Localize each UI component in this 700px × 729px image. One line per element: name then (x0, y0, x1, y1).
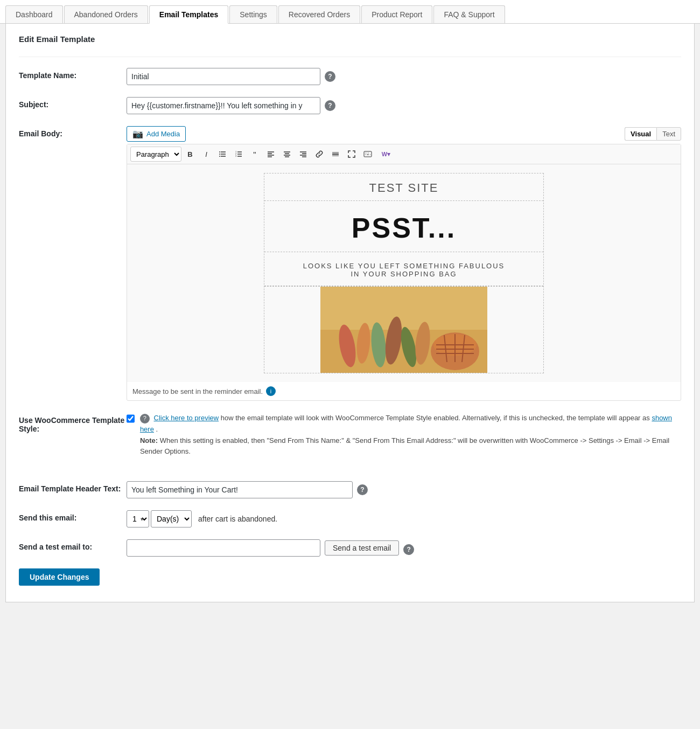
ordered-list-button[interactable]: 123 (231, 147, 246, 162)
email-body-label: Email Body: (19, 126, 127, 138)
preview-image (320, 287, 487, 373)
template-name-control: ? (127, 68, 681, 85)
woo-help-icon-inline[interactable]: ? (140, 414, 150, 423)
email-body-wrap: 📷 Add Media Visual Text Paragraph (127, 126, 681, 401)
svg-rect-27 (364, 151, 372, 157)
section-title: Edit Email Template (19, 34, 681, 44)
woo-template-control: ? Click here to preview how the email te… (127, 413, 681, 469)
template-name-help-icon[interactable]: ? (325, 71, 335, 82)
keyboard-button[interactable] (360, 147, 375, 162)
woo-preview-after: how the email template will look with Wo… (221, 414, 652, 422)
update-changes-section: Update Changes (19, 568, 681, 586)
tab-navigation: Dashboard Abandoned Orders Email Templat… (0, 0, 700, 24)
page-wrapper: Dashboard Abandoned Orders Email Templat… (0, 0, 700, 729)
tab-product-report[interactable]: Product Report (361, 5, 432, 23)
tab-settings[interactable]: Settings (229, 5, 277, 23)
subject-help-icon[interactable]: ? (325, 100, 335, 111)
woo-template-row: Use WooCommerce Template Style: ? Click … (19, 413, 681, 469)
tab-dashboard[interactable]: Dashboard (5, 5, 63, 23)
italic-button[interactable]: I (199, 147, 214, 162)
divider (19, 57, 681, 57)
header-text-input[interactable] (127, 481, 353, 498)
paragraph-select[interactable]: Paragraph (130, 147, 181, 162)
test-email-control: Send a test email ? (127, 539, 681, 557)
woo-preview-link[interactable]: Click here to preview (154, 414, 219, 422)
email-preview: TEST SITE PSST... LOOKS LIKE YOU LEFT SO… (127, 164, 681, 382)
woo-note-text: When this setting is enabled, then "Send… (140, 436, 669, 456)
test-email-row: Send a test email to: Send a test email … (19, 539, 681, 557)
align-right-button[interactable] (296, 147, 311, 162)
test-email-input[interactable] (127, 539, 320, 557)
preview-site-name: TEST SITE (264, 173, 543, 201)
email-preview-inner: TEST SITE PSST... LOOKS LIKE YOU LEFT SO… (264, 173, 544, 373)
svg-rect-35 (320, 287, 487, 330)
bold-button[interactable]: B (183, 147, 198, 162)
align-center-button[interactable] (279, 147, 295, 162)
woo-button[interactable]: W▾ (376, 147, 396, 162)
subject-row: Subject: ? (19, 97, 681, 114)
template-name-label: Template Name: (19, 68, 127, 80)
visual-text-tabs: Visual Text (625, 127, 681, 141)
svg-point-3 (219, 151, 220, 152)
blockquote-button[interactable]: " (247, 147, 262, 162)
tab-recovered-orders[interactable]: Recovered Orders (278, 5, 360, 23)
woo-template-label: Use WooCommerce Template Style: (19, 413, 127, 433)
subject-control: ? (127, 97, 681, 114)
test-email-help-icon[interactable]: ? (403, 544, 414, 555)
svg-text:3: 3 (235, 155, 237, 157)
send-unit-select[interactable]: Day(s) (151, 510, 192, 527)
woo-row: ? Click here to preview how the email te… (127, 413, 681, 457)
header-text-help-icon[interactable]: ? (357, 484, 368, 495)
email-body-row: Email Body: 📷 Add Media Visual Text (19, 126, 681, 401)
svg-point-4 (219, 154, 220, 155)
send-email-control: 1 ▾ Day(s) after cart is abandoned. (127, 510, 681, 527)
update-changes-button[interactable]: Update Changes (19, 568, 100, 586)
editor-footer-text: Message to be sent in the reminder email… (132, 387, 263, 395)
editor-container: Paragraph B I 123 " (127, 144, 681, 401)
woo-note-bold: Note: (140, 436, 158, 445)
preview-headline: PSST... (264, 201, 543, 252)
header-text-control: ? (127, 481, 681, 498)
horizontal-rule-button[interactable] (328, 147, 343, 162)
tab-email-templates[interactable]: Email Templates (149, 5, 228, 24)
template-name-row: Template Name: ? (19, 68, 681, 85)
send-after-text: after cart is abandoned. (198, 515, 277, 523)
align-left-button[interactable] (263, 147, 278, 162)
header-text-label: Email Template Header Text: (19, 481, 127, 493)
add-media-label: Add Media (146, 130, 180, 138)
template-name-input[interactable] (127, 68, 320, 85)
main-content: Edit Email Template Template Name: ? Sub… (5, 24, 695, 602)
send-email-row: Send this email: 1 ▾ Day(s) after cart i… (19, 510, 681, 527)
header-text-row: Email Template Header Text: ? (19, 481, 681, 498)
unordered-list-button[interactable] (215, 147, 230, 162)
link-button[interactable] (312, 147, 327, 162)
woo-checkbox[interactable] (127, 414, 135, 423)
woo-text: ? Click here to preview how the email te… (140, 413, 681, 457)
add-media-icon: 📷 (132, 129, 143, 139)
woo-shown-after: . (156, 425, 158, 433)
preview-subtext: LOOKS LIKE YOU LEFT SOMETHING FABULOUSIN… (264, 252, 543, 286)
tab-abandoned-orders[interactable]: Abandoned Orders (64, 5, 148, 23)
send-qty-select[interactable]: 1 (127, 510, 149, 527)
add-media-button[interactable]: 📷 Add Media (127, 126, 186, 142)
tab-faq-support[interactable]: FAQ & Support (433, 5, 505, 23)
test-email-label: Send a test email to: (19, 539, 127, 551)
editor-footer: Message to be sent in the reminder email… (127, 382, 681, 400)
subject-label: Subject: (19, 97, 127, 109)
tab-text[interactable]: Text (656, 127, 681, 141)
subject-input[interactable] (127, 97, 320, 114)
send-email-label: Send this email: (19, 510, 127, 522)
info-icon[interactable]: i (266, 386, 276, 396)
fullscreen-button[interactable] (344, 147, 359, 162)
send-test-button[interactable]: Send a test email (325, 540, 399, 556)
editor-toolbar: Paragraph B I 123 " (127, 144, 681, 164)
svg-point-5 (219, 156, 220, 157)
tab-visual[interactable]: Visual (625, 127, 656, 141)
